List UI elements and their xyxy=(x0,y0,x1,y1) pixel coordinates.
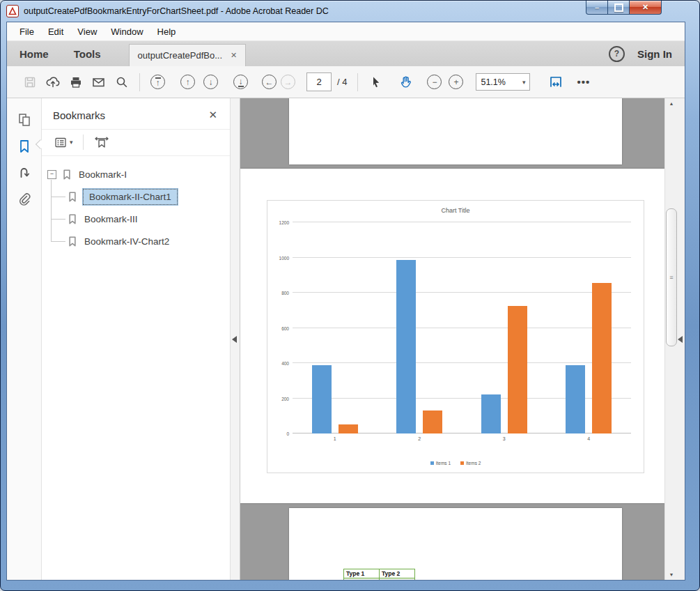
hand-tool-button[interactable] xyxy=(394,70,417,94)
bookmark-options-button[interactable]: ▾ xyxy=(50,137,77,148)
scroll-up-icon[interactable]: ▲ xyxy=(665,101,678,106)
attachments-button[interactable] xyxy=(13,189,36,210)
envelope-icon xyxy=(91,75,106,89)
menu-help[interactable]: Help xyxy=(150,24,183,40)
chart-legend: Items 1Items 2 xyxy=(267,461,644,466)
fit-width-button[interactable] xyxy=(544,70,567,94)
page-2: Chart Title 1234 020040060080010001200 I… xyxy=(240,169,664,503)
zoom-out-button[interactable]: − xyxy=(423,70,446,94)
collapse-tools-pane-icon[interactable] xyxy=(678,336,683,343)
divider xyxy=(357,73,358,91)
bookmarks-panel-button[interactable] xyxy=(13,136,36,157)
bar-group xyxy=(378,222,462,433)
acrobat-icon xyxy=(6,5,19,17)
select-tool-button[interactable] xyxy=(364,70,387,94)
close-button[interactable]: ✕ xyxy=(630,1,662,15)
collapse-expander-icon[interactable]: − xyxy=(47,170,56,179)
plus-icon: + xyxy=(449,75,463,89)
panel-close-button[interactable]: ✕ xyxy=(208,109,217,121)
app-content: File Edit View Window Help Home Tools ou… xyxy=(6,22,685,581)
bookmark-item[interactable]: Bookmark-III xyxy=(42,208,230,230)
help-button[interactable]: ? xyxy=(609,46,625,62)
collapse-panel-icon[interactable] xyxy=(232,336,237,343)
sign-in-button[interactable]: Sign In xyxy=(637,48,672,60)
paperclip-icon xyxy=(17,192,32,207)
bar-items-2-cat-2 xyxy=(423,410,442,433)
new-bookmark-button[interactable] xyxy=(89,135,114,149)
y-axis-tick-label: 1200 xyxy=(279,220,289,225)
previous-page-button[interactable]: ↑ xyxy=(176,70,199,94)
share-button[interactable] xyxy=(41,70,64,94)
tab-close-icon[interactable]: ✕ xyxy=(231,51,237,60)
main-toolbar: ↑ ↑ ↓ ↓ ← → / 4 xyxy=(7,66,685,98)
window-controls: – ✕ xyxy=(586,1,662,15)
right-edge-strip xyxy=(678,98,685,580)
tree-line xyxy=(51,197,65,197)
page-thumbnails-button[interactable] xyxy=(13,109,36,130)
bookmarks-panel: Bookmarks ✕ ▾ xyxy=(42,98,230,580)
menu-edit[interactable]: Edit xyxy=(41,24,70,40)
page-1-bottom xyxy=(289,98,622,164)
save-button[interactable] xyxy=(18,70,41,94)
vertical-scrollbar[interactable]: ▲ ≡ ▼ xyxy=(664,98,678,580)
y-axis-tick-label: 200 xyxy=(281,396,289,401)
tab-home[interactable]: Home xyxy=(7,48,61,60)
tree-line xyxy=(51,219,65,220)
table-cell: 390 xyxy=(344,578,380,581)
minimize-icon: – xyxy=(595,3,599,12)
y-axis-tick-label: 800 xyxy=(281,291,289,296)
email-button[interactable] xyxy=(87,70,110,94)
acrobat-window: outputCreatePdfBookmarkEntryForChartShee… xyxy=(0,0,700,591)
last-page-button[interactable]: ↓ xyxy=(229,70,252,94)
chart-area: Chart Title 1234 020040060080010001200 I… xyxy=(267,200,644,473)
bar-items-2-cat-1 xyxy=(339,424,358,433)
zoom-in-button[interactable]: + xyxy=(444,70,467,94)
bookmark-icon xyxy=(17,139,31,154)
new-bookmark-icon xyxy=(93,135,110,149)
main-area: Bookmarks ✕ ▾ xyxy=(7,98,685,580)
x-axis-tick-label: 2 xyxy=(378,436,462,441)
content-navigation-button[interactable] xyxy=(13,162,36,183)
next-view-button[interactable]: → xyxy=(277,70,300,94)
scrollbar-thumb[interactable]: ≡ xyxy=(666,208,677,346)
maximize-icon xyxy=(614,3,623,12)
printer-icon xyxy=(69,75,83,89)
more-tools-button[interactable]: ••• xyxy=(577,76,590,88)
print-button[interactable] xyxy=(64,70,87,94)
next-page-button[interactable]: ↓ xyxy=(199,70,222,94)
minimize-button[interactable]: – xyxy=(586,1,608,15)
table-cell: 985 xyxy=(380,578,415,581)
search-button[interactable] xyxy=(110,70,133,94)
tab-tools[interactable]: Tools xyxy=(61,48,114,60)
bar-items-1-cat-2 xyxy=(396,260,416,433)
panel-splitter[interactable] xyxy=(230,98,240,580)
menu-view[interactable]: View xyxy=(70,24,104,40)
bar-items-1-cat-1 xyxy=(312,365,332,433)
page-number-input[interactable] xyxy=(306,72,332,91)
y-axis-tick-label: 400 xyxy=(281,361,289,366)
bookmarks-panel-title: Bookmarks xyxy=(53,109,105,121)
page-3-top: Type 1 Type 2 390 985 xyxy=(289,508,622,580)
document-view[interactable]: Chart Title 1234 020040060080010001200 I… xyxy=(240,98,664,580)
bookmark-item-selected[interactable]: Bookmark-II-Chart1 xyxy=(42,185,230,208)
fit-width-icon xyxy=(548,75,563,90)
bar-groups xyxy=(293,222,631,433)
minus-icon: − xyxy=(427,75,442,89)
document-tab[interactable]: outputCreatePdfBo... ✕ xyxy=(129,44,247,66)
bookmark-item-root[interactable]: − Bookmark-I xyxy=(42,163,230,185)
menu-file[interactable]: File xyxy=(13,24,41,40)
x-axis-tick-label: 3 xyxy=(462,436,547,441)
maximize-button[interactable] xyxy=(608,1,630,15)
bar-group xyxy=(462,222,547,433)
y-axis-tick-label: 600 xyxy=(281,325,289,330)
back-arrow-icon: ← xyxy=(262,75,277,89)
legend-item: Items 1 xyxy=(430,461,451,466)
zoom-level-dropdown[interactable]: 51.1% ▾ xyxy=(476,73,530,91)
menu-window[interactable]: Window xyxy=(104,24,150,40)
bookmark-item[interactable]: Bookmark-IV-Chart2 xyxy=(42,230,230,252)
y-axis-tick-label: 0 xyxy=(286,431,289,436)
scroll-down-icon[interactable]: ▼ xyxy=(665,572,678,577)
bar-items-2-cat-3 xyxy=(508,306,527,433)
first-page-button[interactable]: ↑ xyxy=(146,70,169,94)
bar-items-2-cat-4 xyxy=(592,283,612,433)
